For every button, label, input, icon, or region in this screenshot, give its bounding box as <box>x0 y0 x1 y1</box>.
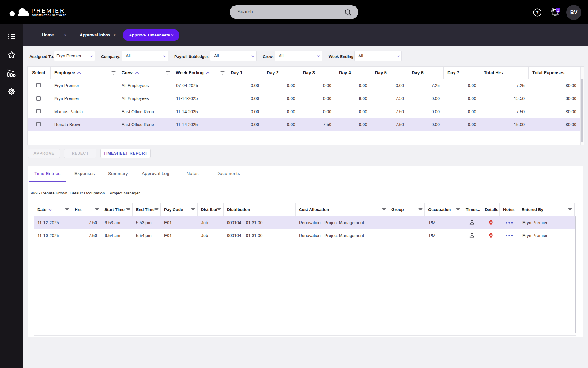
svg-text:PREMIER: PREMIER <box>32 8 65 14</box>
svg-text:CONSTRUCTION SOFTWARE: CONSTRUCTION SOFTWARE <box>32 14 66 16</box>
svg-text:?: ? <box>536 10 539 15</box>
